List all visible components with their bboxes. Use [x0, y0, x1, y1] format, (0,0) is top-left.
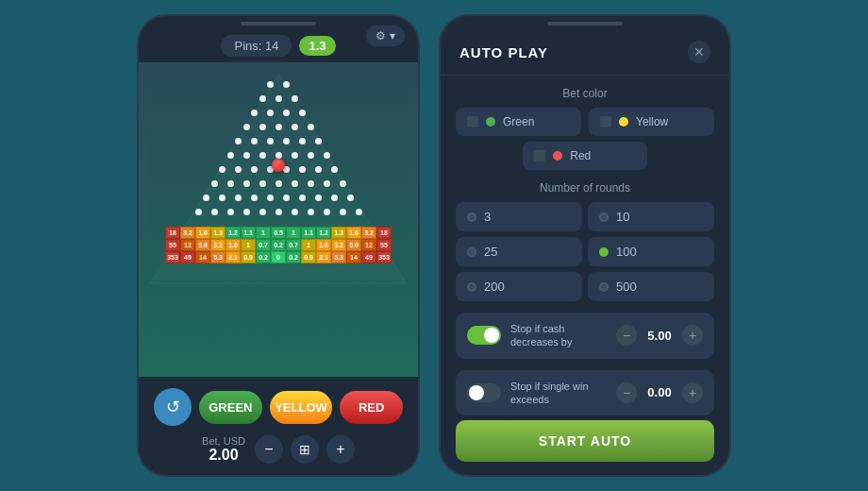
start-auto-button[interactable]: START AUTO [456, 420, 714, 462]
bet-color-red[interactable]: Red [523, 142, 647, 170]
bet-controls: ↺ GREEN YELLOW RED Bet, USD 2.00 − ⊞ + [139, 377, 418, 475]
round-200[interactable]: 200 [456, 272, 582, 301]
bet-label: Bet, USD [202, 435, 245, 447]
rounds-section: Number of rounds 3 10 25 [456, 181, 714, 301]
green-checkbox [467, 116, 478, 127]
red-button[interactable]: RED [340, 391, 403, 424]
yellow-checkbox [600, 116, 611, 127]
round-10-value: 10 [616, 210, 629, 224]
yellow-label: Yellow [636, 115, 668, 128]
yellow-button[interactable]: YELLOW [270, 391, 333, 424]
round-200-value: 200 [484, 279, 505, 294]
round-100[interactable]: 100 [588, 237, 714, 266]
stop-win-controls: − 0.00 + [616, 382, 703, 403]
round-500-dot [599, 282, 609, 292]
pins-area [165, 72, 392, 225]
score-rows: 18 3.2 1.6 1.3 1.2 1.1 1 0.5 1 1.1 1.2 1… [165, 227, 392, 263]
bet-increase-button[interactable]: + [326, 435, 355, 464]
close-button[interactable]: ✕ [688, 41, 710, 63]
round-200-dot [467, 282, 476, 292]
modal-header: AUTO PLAY ✕ [441, 25, 729, 76]
bet-decrease-button[interactable]: − [255, 435, 283, 464]
rounds-label: Number of rounds [456, 181, 714, 195]
round-3[interactable]: 3 [456, 202, 582, 231]
bet-row: Bet, USD 2.00 − ⊞ + [154, 435, 403, 464]
left-phone: Pins: 14 1.3 ⚙ ▾ [137, 14, 420, 477]
stop-cash-controls: − 5.00 + [616, 325, 703, 346]
bet-color-green[interactable]: Green [456, 108, 581, 136]
round-3-dot [467, 212, 476, 222]
close-icon: ✕ [693, 44, 705, 59]
green-dot [486, 117, 495, 127]
multiplier-badge: 1.3 [299, 36, 335, 56]
modal-body: Bet color Green Yellow [441, 76, 729, 420]
chevron-down-icon: ▾ [390, 29, 395, 42]
round-3-value: 3 [484, 210, 491, 224]
bet-color-label: Bet color [456, 87, 714, 100]
stop-cash-value: 5.00 [643, 329, 676, 343]
stop-cash-decrease[interactable]: − [616, 325, 637, 346]
bet-color-yellow[interactable]: Yellow [589, 108, 714, 136]
stop-win-value: 0.00 [643, 385, 676, 399]
bet-stepper: − ⊞ + [255, 435, 355, 464]
red-dot [553, 151, 562, 161]
stop-win-text: Stop if single win exceeds [510, 380, 607, 407]
stop-cash-toggle[interactable] [467, 326, 501, 345]
round-25-dot [467, 247, 476, 257]
stop-cash-text: Stop if cash decreases by [510, 322, 607, 349]
round-25-value: 25 [484, 245, 497, 259]
round-100-value: 100 [616, 245, 637, 259]
stop-cash-increase[interactable]: + [682, 325, 703, 346]
stop-win-thumb [469, 385, 484, 400]
settings-icon: ⚙ [376, 29, 386, 42]
game-ball [272, 159, 285, 172]
bet-color-grid: Green Yellow Red [456, 108, 714, 170]
stop-cash-row: Stop if cash decreases by − 5.00 + [456, 313, 714, 359]
bet-stack-button[interactable]: ⊞ [291, 435, 319, 464]
game-area: 18 3.2 1.6 1.3 1.2 1.1 1 0.5 1 1.1 1.2 1… [139, 62, 418, 377]
rounds-grid: 3 10 25 100 [456, 202, 714, 301]
round-10-dot [599, 212, 609, 222]
red-label: Red [570, 149, 591, 162]
bet-color-top-row: Green Yellow [456, 108, 714, 136]
stop-win-row: Stop if single win exceeds − 0.00 + [456, 370, 714, 416]
bet-color-section: Bet color Green Yellow [456, 87, 714, 170]
round-500-value: 500 [616, 279, 637, 294]
round-100-dot [599, 247, 609, 257]
bet-value: 2.00 [202, 447, 245, 464]
green-button[interactable]: GREEN [199, 391, 262, 424]
stop-win-toggle[interactable] [467, 383, 501, 402]
modal-title: AUTO PLAY [459, 44, 548, 60]
stop-cash-thumb [484, 328, 499, 343]
stop-win-increase[interactable]: + [682, 382, 703, 403]
right-panel: AUTO PLAY ✕ Bet color Green [439, 14, 731, 477]
plinko-board: 18 3.2 1.6 1.3 1.2 1.1 1 0.5 1 1.1 1.2 1… [165, 72, 392, 263]
red-checkbox [534, 150, 545, 161]
round-500[interactable]: 500 [588, 272, 714, 301]
color-buttons: ↺ GREEN YELLOW RED [154, 388, 403, 426]
yellow-dot [619, 117, 628, 127]
round-25[interactable]: 25 [456, 237, 582, 266]
round-10[interactable]: 10 [588, 202, 714, 231]
refresh-button[interactable]: ↺ [154, 388, 192, 426]
settings-button[interactable]: ⚙ ▾ [366, 25, 405, 46]
stop-win-decrease[interactable]: − [616, 382, 637, 403]
top-bar: Pins: 14 1.3 ⚙ ▾ [139, 25, 418, 62]
pins-label: Pins: 14 [221, 35, 292, 57]
bet-color-bottom-row: Red [456, 142, 714, 170]
green-label: Green [503, 115, 534, 128]
